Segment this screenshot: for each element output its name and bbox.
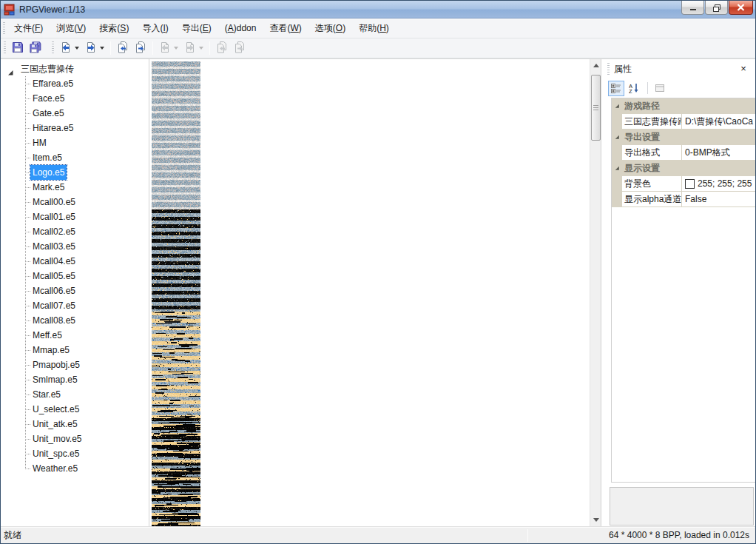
properties-close-button[interactable]: × (738, 62, 749, 74)
import-all-button[interactable] (114, 39, 132, 57)
tree-stub-line (25, 409, 30, 410)
property-value[interactable]: False (682, 192, 755, 207)
status-bar: 就绪 64 * 4000 * 8 BPP, loaded in 0.012s (1, 526, 755, 543)
property-pages-button[interactable] (652, 81, 668, 96)
tree-item-mcall04-e5[interactable]: Mcall04.e5 (1, 254, 149, 269)
menu-import[interactable]: 导入(I) (135, 19, 175, 38)
toolbar (1, 38, 755, 58)
tree-item-face-e5[interactable]: Face.e5 (1, 91, 149, 106)
alphabetical-sort-button[interactable]: A Z (626, 81, 642, 96)
tree-item-label: Smlmap.e5 (30, 372, 80, 387)
tree-item-hm[interactable]: HM (1, 135, 149, 150)
menu-options[interactable]: 选项(O) (308, 19, 352, 38)
tree-item-label: Meff.e5 (30, 328, 64, 343)
tree-item-mcall08-e5[interactable]: Mcall08.e5 (1, 313, 149, 328)
tree-item-mmap-e5[interactable]: Mmap.e5 (1, 343, 149, 357)
property-value[interactable]: D:\曹操传\CaoCa (682, 114, 755, 130)
category-collapse-icon[interactable] (612, 130, 622, 145)
import-all-icon (117, 41, 129, 56)
tree-item-mcall03-e5[interactable]: Mcall03.e5 (1, 239, 149, 254)
category-collapse-icon[interactable] (612, 98, 622, 114)
property-name[interactable]: 三国志曹操传路径 (622, 114, 682, 130)
tree-item-gate-e5[interactable]: Gate.e5 (1, 106, 149, 121)
tree-item-mcall02-e5[interactable]: Mcall02.e5 (1, 224, 149, 239)
tree-stub-line (25, 98, 30, 99)
tree-item-smlmap-e5[interactable]: Smlmap.e5 (1, 372, 149, 387)
export-all-button[interactable] (132, 39, 149, 57)
export-button-dropdown-icon[interactable] (100, 47, 104, 50)
save-group (1, 38, 49, 58)
save-all-button[interactable] (27, 39, 44, 57)
tree-item-meff-e5[interactable]: Meff.e5 (1, 328, 149, 343)
tree-item-effarea-e5[interactable]: Effarea.e5 (1, 76, 149, 91)
property-name[interactable]: 背景色 (622, 176, 682, 192)
minimize-button[interactable] (681, 1, 704, 15)
tree-item-logo-e5[interactable]: Logo.e5 (1, 165, 149, 180)
status-text: 就绪 (1, 529, 527, 542)
menu-browse[interactable]: 浏览(V) (50, 19, 92, 38)
scroll-down-icon (593, 518, 599, 522)
property-category[interactable]: 显示设置 (612, 161, 755, 176)
restore-icon (712, 4, 721, 12)
export-button[interactable] (82, 39, 107, 57)
property-row: 背景色255; 255; 255 (612, 176, 755, 192)
tree-item-unit-mov-e5[interactable]: Unit_mov.e5 (1, 431, 149, 446)
tree-item-mcall01-e5[interactable]: Mcall01.e5 (1, 209, 149, 224)
menu-view[interactable]: 查看(W) (263, 19, 308, 38)
property-value[interactable]: 255; 255; 255 (682, 176, 755, 192)
tree-root-node[interactable]: 三国志曹操传 (1, 61, 149, 76)
tree-item-mcall05-e5[interactable]: Mcall05.e5 (1, 269, 149, 283)
property-name[interactable]: 显示alpha通道 (622, 192, 682, 207)
menu-file[interactable]: 文件(F) (7, 19, 50, 38)
restore-button[interactable] (705, 1, 728, 15)
property-category[interactable]: 导出设置 (612, 130, 755, 145)
menu-search[interactable]: 搜索(S) (92, 19, 135, 38)
property-value-text: D:\曹操传\CaoCa (685, 114, 753, 129)
property-category[interactable]: 游戏路径 (612, 98, 755, 114)
tree-item-pmapobj-e5[interactable]: Pmapobj.e5 (1, 357, 149, 372)
tree-item-mcall06-e5[interactable]: Mcall06.e5 (1, 283, 149, 298)
tree-item-star-e5[interactable]: Star.e5 (1, 387, 149, 402)
tree-item-u-select-e5[interactable]: U_select.e5 (1, 402, 149, 417)
tree-stub-line (25, 380, 30, 380)
save-button[interactable] (9, 39, 27, 57)
import-button-disabled (156, 39, 181, 57)
tree-stub-line (25, 306, 30, 306)
tree-item-mark-e5[interactable]: Mark.e5 (1, 180, 149, 195)
export-icon (85, 41, 97, 56)
scroll-down-button[interactable] (590, 514, 601, 526)
tree-stub-line (25, 454, 30, 454)
tree-root-label: 三国志曹操传 (18, 61, 76, 76)
tree-item-label: Logo.e5 (30, 165, 67, 180)
scrollbar-thumb[interactable] (591, 75, 601, 141)
category-label: 游戏路径 (622, 98, 755, 114)
tree-stub-line (25, 424, 30, 425)
close-button[interactable] (729, 1, 753, 15)
tree-item-unit-atk-e5[interactable]: Unit_atk.e5 (1, 417, 149, 431)
scroll-up-button[interactable] (590, 59, 601, 72)
toolbar-separator (209, 41, 210, 55)
categorized-view-button[interactable] (608, 81, 624, 96)
tree-item-mcall07-e5[interactable]: Mcall07.e5 (1, 298, 149, 313)
tree-item-hitarea-e5[interactable]: Hitarea.e5 (1, 121, 149, 135)
export-button-disabled (181, 39, 206, 57)
import-export-group (49, 38, 253, 58)
tree-item-mcall00-e5[interactable]: Mcall00.e5 (1, 195, 149, 209)
import-button-dropdown-icon[interactable] (75, 47, 79, 50)
menu-help[interactable]: 帮助(H) (352, 19, 396, 38)
menu-export[interactable]: 导出(E) (175, 19, 218, 38)
app-icon (4, 4, 16, 16)
property-value-text: 0-BMP格式 (685, 145, 730, 160)
category-collapse-icon[interactable] (612, 161, 622, 176)
property-value[interactable]: 0-BMP格式 (682, 145, 755, 161)
import-button[interactable] (57, 39, 82, 57)
import-icon (159, 41, 171, 56)
menu-bar: 文件(F)浏览(V)搜索(S)导入(I)导出(E)(A)ddon查看(W)选项(… (1, 19, 755, 38)
vertical-scrollbar[interactable] (590, 59, 601, 526)
tree-item-weather-e5[interactable]: Weather.e5 (1, 461, 149, 476)
tree-item-unit-spc-e5[interactable]: Unit_spc.e5 (1, 446, 149, 461)
property-name[interactable]: 导出格式 (622, 145, 682, 161)
property-grid: 游戏路径三国志曹操传路径D:\曹操传\CaoCa导出设置导出格式0-BMP格式显… (611, 98, 755, 483)
menu-addon[interactable]: (A)ddon (218, 19, 263, 38)
tree-item-item-e5[interactable]: Item.e5 (1, 150, 149, 165)
